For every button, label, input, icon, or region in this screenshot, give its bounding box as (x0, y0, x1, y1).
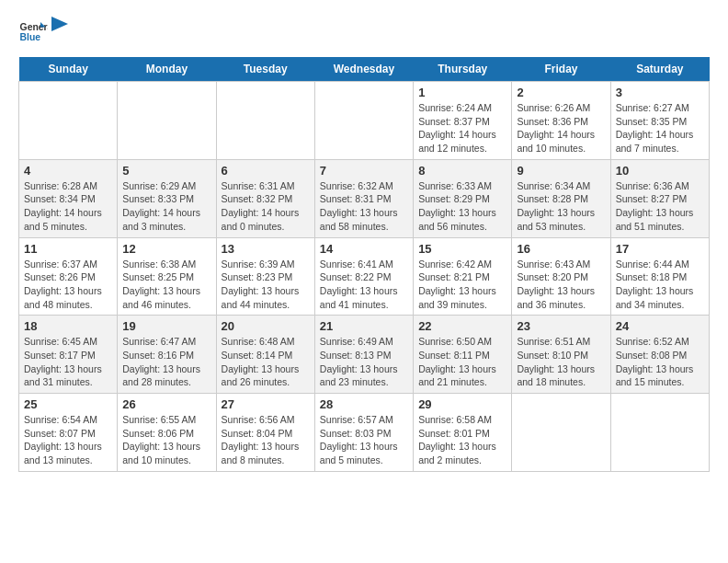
page-header: General Blue (18, 18, 710, 48)
calendar-header-row: SundayMondayTuesdayWednesdayThursdayFrid… (19, 57, 710, 82)
calendar-cell: 2Sunrise: 6:26 AM Sunset: 8:36 PM Daylig… (512, 82, 610, 160)
day-header-tuesday: Tuesday (216, 57, 314, 82)
calendar-week-row: 25Sunrise: 6:54 AM Sunset: 8:07 PM Dayli… (19, 394, 710, 472)
day-number: 7 (320, 164, 408, 178)
day-info: Sunrise: 6:39 AM Sunset: 8:23 PM Dayligh… (222, 258, 310, 312)
day-info: Sunrise: 6:38 AM Sunset: 8:25 PM Dayligh… (122, 258, 210, 312)
calendar-cell (216, 82, 314, 160)
day-info: Sunrise: 6:43 AM Sunset: 8:20 PM Dayligh… (517, 258, 605, 312)
day-number: 4 (24, 164, 112, 178)
day-number: 6 (222, 164, 310, 178)
day-number: 28 (320, 397, 408, 411)
day-number: 17 (616, 242, 704, 256)
day-info: Sunrise: 6:33 AM Sunset: 8:29 PM Dayligh… (418, 179, 506, 234)
day-header-sunday: Sunday (19, 57, 118, 82)
calendar-week-row: 1Sunrise: 6:24 AM Sunset: 8:37 PM Daylig… (19, 82, 710, 160)
day-number: 8 (418, 164, 506, 178)
day-info: Sunrise: 6:47 AM Sunset: 8:16 PM Dayligh… (122, 335, 210, 389)
day-number: 18 (24, 319, 112, 333)
calendar-cell: 18Sunrise: 6:45 AM Sunset: 8:17 PM Dayli… (19, 316, 118, 394)
day-number: 16 (517, 242, 605, 256)
calendar-week-row: 11Sunrise: 6:37 AM Sunset: 8:26 PM Dayli… (19, 237, 710, 316)
calendar-cell: 6Sunrise: 6:31 AM Sunset: 8:32 PM Daylig… (216, 159, 314, 237)
calendar-cell: 8Sunrise: 6:33 AM Sunset: 8:29 PM Daylig… (414, 159, 512, 237)
day-info: Sunrise: 6:51 AM Sunset: 8:10 PM Dayligh… (517, 335, 605, 389)
day-header-monday: Monday (118, 57, 216, 82)
calendar-cell: 7Sunrise: 6:32 AM Sunset: 8:31 PM Daylig… (314, 159, 413, 237)
calendar-cell: 16Sunrise: 6:43 AM Sunset: 8:20 PM Dayli… (512, 237, 610, 316)
day-info: Sunrise: 6:26 AM Sunset: 8:36 PM Dayligh… (517, 101, 605, 155)
day-info: Sunrise: 6:49 AM Sunset: 8:13 PM Dayligh… (320, 335, 408, 389)
day-info: Sunrise: 6:44 AM Sunset: 8:18 PM Dayligh… (616, 258, 704, 312)
logo: General Blue (18, 18, 70, 48)
calendar-cell (118, 82, 216, 160)
day-info: Sunrise: 6:45 AM Sunset: 8:17 PM Dayligh… (24, 335, 112, 389)
day-number: 21 (320, 319, 408, 333)
day-number: 3 (616, 86, 704, 99)
day-info: Sunrise: 6:31 AM Sunset: 8:32 PM Dayligh… (222, 179, 310, 234)
calendar-cell: 28Sunrise: 6:57 AM Sunset: 8:03 PM Dayli… (314, 394, 413, 472)
day-info: Sunrise: 6:37 AM Sunset: 8:26 PM Dayligh… (24, 258, 112, 312)
calendar-cell: 12Sunrise: 6:38 AM Sunset: 8:25 PM Dayli… (118, 237, 216, 316)
calendar-cell: 11Sunrise: 6:37 AM Sunset: 8:26 PM Dayli… (19, 237, 118, 316)
day-header-wednesday: Wednesday (314, 57, 413, 82)
day-info: Sunrise: 6:50 AM Sunset: 8:11 PM Dayligh… (418, 335, 506, 389)
calendar-cell: 22Sunrise: 6:50 AM Sunset: 8:11 PM Dayli… (414, 316, 512, 394)
day-number: 19 (122, 319, 210, 333)
calendar-cell: 26Sunrise: 6:55 AM Sunset: 8:06 PM Dayli… (118, 394, 216, 472)
day-number: 26 (122, 397, 210, 411)
calendar-table: SundayMondayTuesdayWednesdayThursdayFrid… (18, 57, 710, 472)
day-number: 25 (24, 397, 112, 411)
calendar-cell (19, 82, 118, 160)
calendar-cell: 29Sunrise: 6:58 AM Sunset: 8:01 PM Dayli… (414, 394, 512, 472)
calendar-cell (610, 394, 709, 472)
calendar-cell: 25Sunrise: 6:54 AM Sunset: 8:07 PM Dayli… (19, 394, 118, 472)
calendar-cell: 1Sunrise: 6:24 AM Sunset: 8:37 PM Daylig… (414, 82, 512, 160)
calendar-cell: 17Sunrise: 6:44 AM Sunset: 8:18 PM Dayli… (610, 237, 709, 316)
day-number: 20 (222, 319, 310, 333)
day-number: 11 (24, 242, 112, 256)
day-number: 9 (517, 164, 605, 178)
day-number: 15 (418, 242, 506, 256)
svg-text:Blue: Blue (20, 32, 41, 42)
calendar-cell: 27Sunrise: 6:56 AM Sunset: 8:04 PM Dayli… (216, 394, 314, 472)
day-number: 23 (517, 319, 605, 333)
day-info: Sunrise: 6:32 AM Sunset: 8:31 PM Dayligh… (320, 179, 408, 234)
day-number: 2 (517, 86, 605, 99)
day-header-thursday: Thursday (414, 57, 512, 82)
day-info: Sunrise: 6:54 AM Sunset: 8:07 PM Dayligh… (24, 413, 112, 467)
day-info: Sunrise: 6:55 AM Sunset: 8:06 PM Dayligh… (122, 413, 210, 467)
day-number: 13 (222, 242, 310, 256)
svg-marker-4 (51, 17, 68, 31)
day-info: Sunrise: 6:27 AM Sunset: 8:35 PM Dayligh… (616, 101, 704, 155)
calendar-cell: 4Sunrise: 6:28 AM Sunset: 8:34 PM Daylig… (19, 159, 118, 237)
day-info: Sunrise: 6:48 AM Sunset: 8:14 PM Dayligh… (222, 335, 310, 389)
day-header-saturday: Saturday (610, 57, 709, 82)
day-info: Sunrise: 6:34 AM Sunset: 8:28 PM Dayligh… (517, 179, 605, 234)
calendar-cell: 10Sunrise: 6:36 AM Sunset: 8:27 PM Dayli… (610, 159, 709, 237)
day-info: Sunrise: 6:57 AM Sunset: 8:03 PM Dayligh… (320, 413, 408, 467)
logo-flag-icon (51, 17, 70, 42)
calendar-cell: 19Sunrise: 6:47 AM Sunset: 8:16 PM Dayli… (118, 316, 216, 394)
day-info: Sunrise: 6:24 AM Sunset: 8:37 PM Dayligh… (418, 101, 506, 155)
calendar-cell: 9Sunrise: 6:34 AM Sunset: 8:28 PM Daylig… (512, 159, 610, 237)
calendar-cell: 24Sunrise: 6:52 AM Sunset: 8:08 PM Dayli… (610, 316, 709, 394)
calendar-week-row: 18Sunrise: 6:45 AM Sunset: 8:17 PM Dayli… (19, 316, 710, 394)
calendar-cell: 21Sunrise: 6:49 AM Sunset: 8:13 PM Dayli… (314, 316, 413, 394)
day-number: 5 (122, 164, 210, 178)
calendar-week-row: 4Sunrise: 6:28 AM Sunset: 8:34 PM Daylig… (19, 159, 710, 237)
calendar-cell: 23Sunrise: 6:51 AM Sunset: 8:10 PM Dayli… (512, 316, 610, 394)
calendar-cell: 3Sunrise: 6:27 AM Sunset: 8:35 PM Daylig… (610, 82, 709, 160)
day-info: Sunrise: 6:52 AM Sunset: 8:08 PM Dayligh… (616, 335, 704, 389)
day-info: Sunrise: 6:58 AM Sunset: 8:01 PM Dayligh… (418, 413, 506, 467)
day-number: 10 (616, 164, 704, 178)
day-info: Sunrise: 6:28 AM Sunset: 8:34 PM Dayligh… (24, 179, 112, 234)
day-info: Sunrise: 6:56 AM Sunset: 8:04 PM Dayligh… (222, 413, 310, 467)
day-info: Sunrise: 6:42 AM Sunset: 8:21 PM Dayligh… (418, 258, 506, 312)
day-info: Sunrise: 6:36 AM Sunset: 8:27 PM Dayligh… (616, 179, 704, 234)
day-info: Sunrise: 6:29 AM Sunset: 8:33 PM Dayligh… (122, 179, 210, 234)
day-number: 24 (616, 319, 704, 333)
day-number: 12 (122, 242, 210, 256)
day-number: 1 (418, 86, 506, 99)
day-number: 22 (418, 319, 506, 333)
